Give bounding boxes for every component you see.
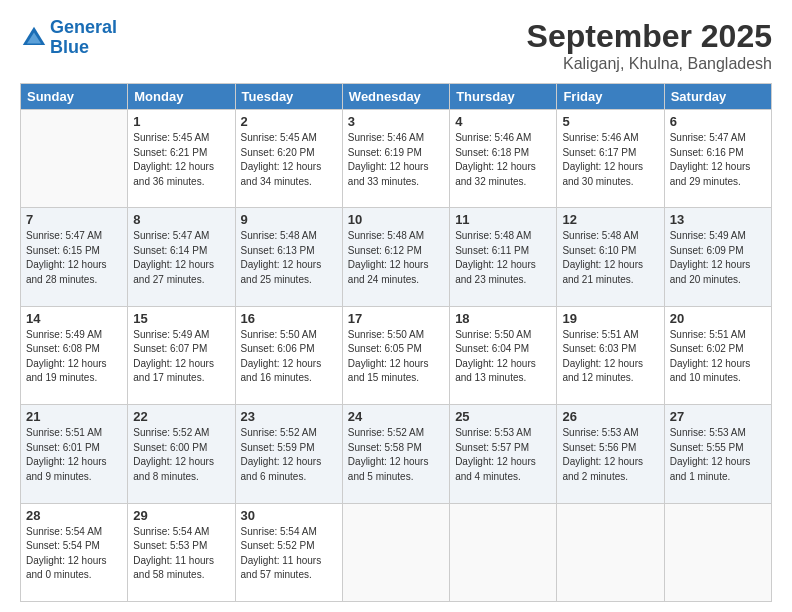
day-cell-22: 22Sunrise: 5:52 AM Sunset: 6:00 PM Dayli… <box>128 405 235 503</box>
week-row-5: 28Sunrise: 5:54 AM Sunset: 5:54 PM Dayli… <box>21 503 772 601</box>
empty-cell <box>557 503 664 601</box>
day-cell-23: 23Sunrise: 5:52 AM Sunset: 5:59 PM Dayli… <box>235 405 342 503</box>
day-info: Sunrise: 5:49 AM Sunset: 6:09 PM Dayligh… <box>670 229 766 287</box>
day-number: 10 <box>348 212 444 227</box>
day-info: Sunrise: 5:54 AM Sunset: 5:52 PM Dayligh… <box>241 525 337 583</box>
day-info: Sunrise: 5:54 AM Sunset: 5:53 PM Dayligh… <box>133 525 229 583</box>
day-cell-15: 15Sunrise: 5:49 AM Sunset: 6:07 PM Dayli… <box>128 306 235 404</box>
day-info: Sunrise: 5:53 AM Sunset: 5:56 PM Dayligh… <box>562 426 658 484</box>
col-header-wednesday: Wednesday <box>342 84 449 110</box>
week-row-1: 1Sunrise: 5:45 AM Sunset: 6:21 PM Daylig… <box>21 110 772 208</box>
day-number: 11 <box>455 212 551 227</box>
day-info: Sunrise: 5:52 AM Sunset: 5:58 PM Dayligh… <box>348 426 444 484</box>
day-number: 16 <box>241 311 337 326</box>
header: General Blue September 2025 Kaliganj, Kh… <box>20 18 772 73</box>
day-info: Sunrise: 5:54 AM Sunset: 5:54 PM Dayligh… <box>26 525 122 583</box>
title-block: September 2025 Kaliganj, Khulna, Banglad… <box>527 18 772 73</box>
day-cell-3: 3Sunrise: 5:46 AM Sunset: 6:19 PM Daylig… <box>342 110 449 208</box>
week-row-3: 14Sunrise: 5:49 AM Sunset: 6:08 PM Dayli… <box>21 306 772 404</box>
day-info: Sunrise: 5:53 AM Sunset: 5:57 PM Dayligh… <box>455 426 551 484</box>
day-cell-1: 1Sunrise: 5:45 AM Sunset: 6:21 PM Daylig… <box>128 110 235 208</box>
day-cell-21: 21Sunrise: 5:51 AM Sunset: 6:01 PM Dayli… <box>21 405 128 503</box>
logo-line1: General <box>50 17 117 37</box>
day-info: Sunrise: 5:45 AM Sunset: 6:20 PM Dayligh… <box>241 131 337 189</box>
empty-cell <box>342 503 449 601</box>
day-cell-9: 9Sunrise: 5:48 AM Sunset: 6:13 PM Daylig… <box>235 208 342 306</box>
day-cell-6: 6Sunrise: 5:47 AM Sunset: 6:16 PM Daylig… <box>664 110 771 208</box>
empty-cell <box>450 503 557 601</box>
day-number: 19 <box>562 311 658 326</box>
day-info: Sunrise: 5:49 AM Sunset: 6:07 PM Dayligh… <box>133 328 229 386</box>
day-number: 2 <box>241 114 337 129</box>
day-info: Sunrise: 5:47 AM Sunset: 6:16 PM Dayligh… <box>670 131 766 189</box>
day-info: Sunrise: 5:48 AM Sunset: 6:13 PM Dayligh… <box>241 229 337 287</box>
day-cell-13: 13Sunrise: 5:49 AM Sunset: 6:09 PM Dayli… <box>664 208 771 306</box>
day-info: Sunrise: 5:47 AM Sunset: 6:15 PM Dayligh… <box>26 229 122 287</box>
day-cell-24: 24Sunrise: 5:52 AM Sunset: 5:58 PM Dayli… <box>342 405 449 503</box>
header-row: SundayMondayTuesdayWednesdayThursdayFrid… <box>21 84 772 110</box>
col-header-tuesday: Tuesday <box>235 84 342 110</box>
day-info: Sunrise: 5:47 AM Sunset: 6:14 PM Dayligh… <box>133 229 229 287</box>
day-number: 3 <box>348 114 444 129</box>
col-header-sunday: Sunday <box>21 84 128 110</box>
day-cell-20: 20Sunrise: 5:51 AM Sunset: 6:02 PM Dayli… <box>664 306 771 404</box>
day-number: 1 <box>133 114 229 129</box>
day-cell-26: 26Sunrise: 5:53 AM Sunset: 5:56 PM Dayli… <box>557 405 664 503</box>
day-info: Sunrise: 5:51 AM Sunset: 6:01 PM Dayligh… <box>26 426 122 484</box>
day-cell-27: 27Sunrise: 5:53 AM Sunset: 5:55 PM Dayli… <box>664 405 771 503</box>
day-number: 6 <box>670 114 766 129</box>
empty-cell <box>21 110 128 208</box>
day-cell-30: 30Sunrise: 5:54 AM Sunset: 5:52 PM Dayli… <box>235 503 342 601</box>
day-number: 9 <box>241 212 337 227</box>
day-cell-10: 10Sunrise: 5:48 AM Sunset: 6:12 PM Dayli… <box>342 208 449 306</box>
day-number: 21 <box>26 409 122 424</box>
day-cell-12: 12Sunrise: 5:48 AM Sunset: 6:10 PM Dayli… <box>557 208 664 306</box>
day-number: 5 <box>562 114 658 129</box>
day-cell-16: 16Sunrise: 5:50 AM Sunset: 6:06 PM Dayli… <box>235 306 342 404</box>
day-number: 23 <box>241 409 337 424</box>
day-cell-8: 8Sunrise: 5:47 AM Sunset: 6:14 PM Daylig… <box>128 208 235 306</box>
main-title: September 2025 <box>527 18 772 55</box>
day-cell-5: 5Sunrise: 5:46 AM Sunset: 6:17 PM Daylig… <box>557 110 664 208</box>
day-cell-19: 19Sunrise: 5:51 AM Sunset: 6:03 PM Dayli… <box>557 306 664 404</box>
day-number: 26 <box>562 409 658 424</box>
day-number: 30 <box>241 508 337 523</box>
day-number: 28 <box>26 508 122 523</box>
day-info: Sunrise: 5:50 AM Sunset: 6:04 PM Dayligh… <box>455 328 551 386</box>
day-number: 18 <box>455 311 551 326</box>
day-number: 12 <box>562 212 658 227</box>
logo: General Blue <box>20 18 117 58</box>
day-number: 14 <box>26 311 122 326</box>
day-number: 24 <box>348 409 444 424</box>
week-row-2: 7Sunrise: 5:47 AM Sunset: 6:15 PM Daylig… <box>21 208 772 306</box>
empty-cell <box>664 503 771 601</box>
day-info: Sunrise: 5:48 AM Sunset: 6:11 PM Dayligh… <box>455 229 551 287</box>
day-info: Sunrise: 5:48 AM Sunset: 6:10 PM Dayligh… <box>562 229 658 287</box>
day-number: 29 <box>133 508 229 523</box>
day-cell-25: 25Sunrise: 5:53 AM Sunset: 5:57 PM Dayli… <box>450 405 557 503</box>
day-cell-7: 7Sunrise: 5:47 AM Sunset: 6:15 PM Daylig… <box>21 208 128 306</box>
day-info: Sunrise: 5:45 AM Sunset: 6:21 PM Dayligh… <box>133 131 229 189</box>
day-cell-4: 4Sunrise: 5:46 AM Sunset: 6:18 PM Daylig… <box>450 110 557 208</box>
day-info: Sunrise: 5:46 AM Sunset: 6:18 PM Dayligh… <box>455 131 551 189</box>
day-info: Sunrise: 5:51 AM Sunset: 6:02 PM Dayligh… <box>670 328 766 386</box>
logo-text: General Blue <box>50 18 117 58</box>
page: General Blue September 2025 Kaliganj, Kh… <box>0 0 792 612</box>
day-number: 17 <box>348 311 444 326</box>
day-info: Sunrise: 5:48 AM Sunset: 6:12 PM Dayligh… <box>348 229 444 287</box>
day-cell-2: 2Sunrise: 5:45 AM Sunset: 6:20 PM Daylig… <box>235 110 342 208</box>
day-number: 13 <box>670 212 766 227</box>
col-header-monday: Monday <box>128 84 235 110</box>
day-info: Sunrise: 5:46 AM Sunset: 6:17 PM Dayligh… <box>562 131 658 189</box>
day-cell-17: 17Sunrise: 5:50 AM Sunset: 6:05 PM Dayli… <box>342 306 449 404</box>
col-header-thursday: Thursday <box>450 84 557 110</box>
day-number: 8 <box>133 212 229 227</box>
day-number: 20 <box>670 311 766 326</box>
day-number: 4 <box>455 114 551 129</box>
day-cell-14: 14Sunrise: 5:49 AM Sunset: 6:08 PM Dayli… <box>21 306 128 404</box>
day-info: Sunrise: 5:49 AM Sunset: 6:08 PM Dayligh… <box>26 328 122 386</box>
day-cell-29: 29Sunrise: 5:54 AM Sunset: 5:53 PM Dayli… <box>128 503 235 601</box>
subtitle: Kaliganj, Khulna, Bangladesh <box>527 55 772 73</box>
day-number: 22 <box>133 409 229 424</box>
col-header-saturday: Saturday <box>664 84 771 110</box>
